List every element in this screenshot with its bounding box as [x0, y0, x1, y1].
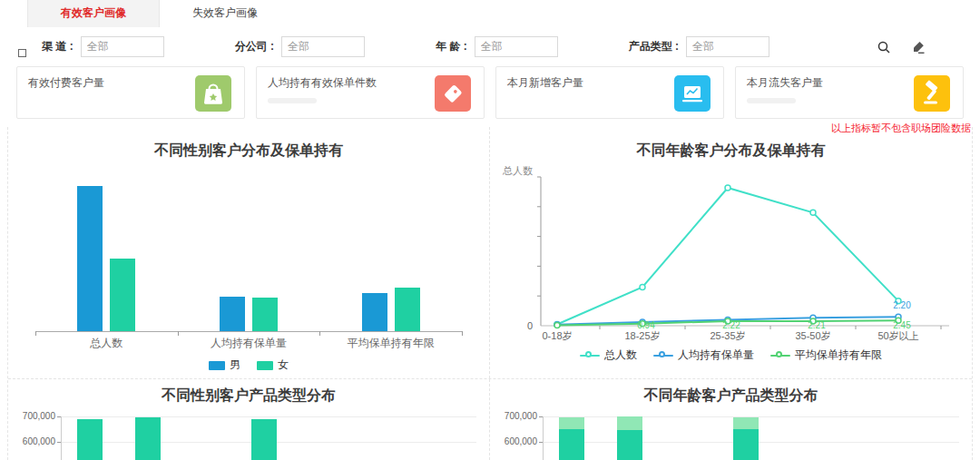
kpi-row: 有效付费客户量 人均持有有效保单件数 本月新增客户量 — [0, 63, 980, 119]
bar-女-总人数 — [110, 259, 135, 331]
legend-label: 平均保单持有年限 — [795, 347, 882, 363]
y-axis-label: 600,000 — [14, 436, 55, 446]
bar-女-人均持有保单量 — [252, 298, 278, 331]
chart-title: 不同年龄客户产品类型分布 — [490, 379, 972, 406]
gavel-icon — [914, 75, 950, 112]
stacked-bar-base-segment — [559, 429, 584, 460]
svg-text:2.20: 2.20 — [893, 300, 911, 310]
legend-swatch — [209, 361, 225, 370]
filter-actions — [877, 40, 958, 54]
branch-label: 分公司 : — [235, 39, 274, 54]
kpi-card-lost-customers: 本月流失客户量 — [735, 66, 964, 119]
chart-title: 不同年龄客户分布及保单持有 — [490, 127, 972, 161]
customer-portrait-dashboard: 有效客户画像 失效客户画像 渠 道 : 分公司 : 年 龄 : 产品类型 : — [0, 0, 980, 460]
svg-text:35-50岁: 35-50岁 — [795, 330, 830, 341]
redacted-value — [268, 98, 317, 103]
bottom-chart-row: 不同性别客户产品类型分布 700,000600,000 不同年龄客户产品类型分布… — [8, 378, 972, 460]
svg-text:2.21: 2.21 — [808, 320, 826, 330]
stacked-bar-base-segment — [617, 430, 642, 460]
bar-女-平均保单持有年限 — [395, 288, 420, 331]
chart-title: 不同性别客户分布及保单持有 — [8, 127, 489, 161]
charts-area: 不同性别客户分布及保单持有 总人数人均持有保单量平均保单持有年限 男女 不同年龄… — [7, 127, 973, 460]
age-distribution-chart: 不同年龄客户分布及保单持有 总人数02.200.942.222.212.450-… — [490, 127, 972, 378]
kpi-card-new-customers: 本月新增客户量 — [495, 66, 724, 119]
legend-label: 女 — [278, 357, 289, 373]
channel-filter-input[interactable] — [81, 36, 164, 57]
filter-product-type: 产品类型 : — [629, 36, 769, 57]
legend-label: 人均持有保单量 — [678, 347, 754, 363]
svg-text:18-25岁: 18-25岁 — [624, 330, 660, 341]
svg-text:0-18岁: 0-18岁 — [542, 330, 572, 341]
chart-title: 不同性别客户产品类型分布 — [8, 379, 489, 406]
legend-line-marker — [770, 351, 790, 360]
gender-product-type-chart: 不同性别客户产品类型分布 700,000600,000 — [8, 379, 490, 460]
gridline — [61, 416, 476, 417]
gender-distribution-chart: 不同性别客户分布及保单持有 总人数人均持有保单量平均保单持有年限 男女 — [8, 127, 490, 378]
svg-text:0: 0 — [527, 320, 533, 331]
svg-text:0.94: 0.94 — [637, 320, 655, 330]
legend-item-总人数[interactable]: 总人数 — [580, 347, 637, 363]
age-line-legend: 总人数人均持有保单量平均保单持有年限 — [490, 347, 972, 363]
y-axis-label: 700,000 — [495, 412, 537, 421]
legend-item-女[interactable]: 女 — [257, 357, 289, 373]
filter-channel: 渠 道 : — [42, 36, 164, 57]
legend-item-平均保单持有年限[interactable]: 平均保单持有年限 — [770, 347, 882, 363]
kpi-card-paying-customers: 有效付费客户量 — [16, 66, 245, 119]
x-axis-tick — [319, 331, 320, 336]
kpi-card-policies-per-capita: 人均持有有效保单件数 — [256, 66, 485, 119]
legend-swatch — [257, 361, 273, 370]
legend-item-人均持有保单量[interactable]: 人均持有保单量 — [653, 347, 754, 363]
legend-label: 总人数 — [604, 347, 637, 363]
x-axis-tick — [35, 331, 36, 336]
gender-bar-plot — [35, 168, 462, 332]
bar-男-平均保单持有年限 — [362, 293, 387, 331]
gender-bar-xlabels: 总人数人均持有保单量平均保单持有年限 — [35, 336, 462, 351]
legend-item-男[interactable]: 男 — [209, 357, 240, 373]
tab-active-customer-portrait[interactable]: 有效客户画像 — [27, 0, 160, 27]
branch-filter-input[interactable] — [281, 36, 365, 57]
x-axis-label: 人均持有保单量 — [178, 336, 320, 351]
search-icon[interactable] — [877, 40, 891, 54]
y-axis-line — [61, 416, 62, 460]
product-type-filter-input[interactable] — [686, 36, 769, 57]
x-axis-label: 平均保单持有年限 — [319, 336, 462, 351]
svg-text:总人数: 总人数 — [502, 165, 533, 176]
y-axis-line — [543, 416, 544, 460]
channel-label: 渠 道 : — [42, 39, 74, 54]
legend-label: 男 — [230, 357, 240, 373]
top-chart-row: 不同性别客户分布及保单持有 总人数人均持有保单量平均保单持有年限 男女 不同年龄… — [8, 127, 972, 378]
bar — [251, 419, 277, 460]
redacted-value — [747, 98, 796, 103]
tab-bar: 有效客户画像 失效客户画像 — [0, 0, 980, 27]
price-tag-icon — [435, 75, 471, 112]
age-label: 年 龄 : — [436, 39, 467, 54]
svg-text:50岁以上: 50岁以上 — [877, 330, 918, 341]
age-product-type-chart: 不同年龄客户产品类型分布 700,000600,000 — [490, 379, 972, 460]
stacked-bar-top-segment — [617, 416, 642, 430]
filter-age: 年 龄 : — [436, 36, 558, 57]
stacked-bar-base-segment — [733, 429, 759, 460]
stacked-bar-top-segment — [733, 417, 759, 429]
collapse-checkbox[interactable] — [18, 49, 26, 57]
age-product-plot: 700,000600,000 — [495, 412, 963, 460]
age-line-svg: 总人数02.200.942.222.212.450-18岁18-25岁25-35… — [495, 164, 967, 346]
filter-bar: 渠 道 : 分公司 : 年 龄 : 产品类型 : — [0, 27, 980, 63]
bar-男-总人数 — [77, 186, 103, 331]
gender-bar-legend: 男女 — [8, 357, 489, 373]
bar — [135, 417, 161, 460]
svg-text:2.22: 2.22 — [722, 320, 740, 330]
filter-branch: 分公司 : — [235, 36, 365, 57]
x-axis-tick — [178, 331, 179, 336]
bar-男-人均持有保单量 — [220, 297, 245, 331]
stacked-bar-top-segment — [559, 417, 584, 429]
eraser-icon[interactable] — [911, 40, 926, 54]
legend-line-marker — [580, 351, 600, 360]
svg-text:2.45: 2.45 — [893, 320, 911, 330]
shopping-bag-icon — [195, 75, 231, 112]
y-axis-label: 700,000 — [14, 412, 55, 421]
age-filter-input[interactable] — [475, 36, 558, 57]
tab-lost-customer-portrait[interactable]: 失效客户画像 — [160, 0, 290, 27]
y-axis-label: 600,000 — [495, 436, 537, 446]
x-axis-tick — [462, 331, 463, 336]
gender-product-plot: 700,000600,000 — [14, 412, 480, 460]
